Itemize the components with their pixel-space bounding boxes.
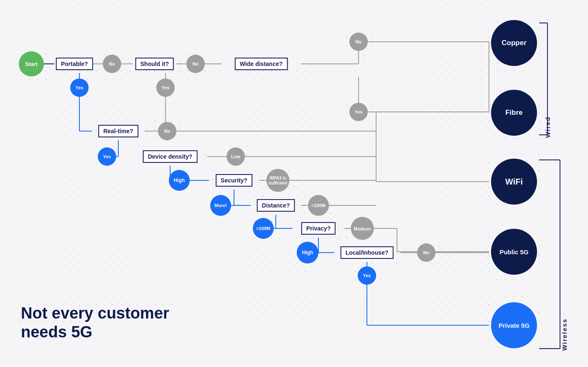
no-circle-1: No — [103, 55, 121, 73]
yes-circle-2: Yes — [156, 78, 175, 97]
medium-circle: Medium — [351, 217, 374, 240]
wpa3-circle: WPA3 issufficient — [267, 169, 290, 192]
tagline: Not every customerneeds 5G — [21, 304, 169, 342]
wired-label: Wired — [544, 42, 551, 138]
fibre-outcome: Fibre — [491, 90, 537, 136]
high-circle-2: High — [297, 242, 318, 263]
no-circle-2: No — [186, 55, 205, 73]
yes-circle-5: Yes — [358, 266, 376, 285]
widedistance-question: Wide distance? — [235, 58, 288, 70]
public5g-outcome: Public 5G — [491, 229, 537, 275]
low-circle: Low — [227, 147, 245, 166]
privacy-question: Privacy? — [301, 222, 336, 235]
no-circle-4: No — [158, 122, 176, 140]
wifi-outcome: WiFi — [491, 159, 537, 205]
yes-circle-1: Yes — [70, 78, 89, 97]
high-circle-1: High — [169, 170, 190, 191]
gt100m-circle: >100M — [253, 218, 274, 239]
no-circle-3: No — [349, 33, 368, 51]
lt100m-circle: <100M — [308, 195, 329, 216]
yes-circle-4: Yes — [98, 147, 116, 166]
diagram: Start Portable? No Should it? No Wide di… — [0, 0, 588, 367]
localinhouse-question: Local/Inhouse? — [341, 246, 394, 259]
private5g-outcome: Private 5G — [491, 302, 537, 348]
yes-circle-3: Yes — [349, 103, 368, 121]
copper-outcome: Copper — [491, 20, 537, 66]
more-circle: More! — [210, 195, 231, 216]
security-question: Security? — [216, 174, 252, 187]
shouldit-question: Should it? — [135, 58, 174, 70]
wireless-label: Wireless — [561, 167, 568, 351]
start-node: Start — [19, 51, 44, 76]
distance-question: Distance? — [257, 199, 295, 212]
portable-question: Portable? — [56, 58, 93, 70]
realtime-question: Real-time? — [98, 125, 138, 137]
no-circle-5: No — [417, 243, 435, 262]
devicedensity-question: Device density? — [143, 150, 198, 163]
